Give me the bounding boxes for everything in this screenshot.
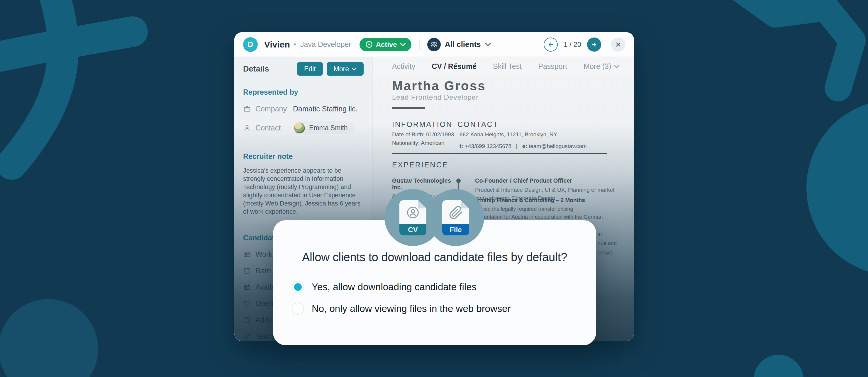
cv-candidate-title: Lead Frontend Developer: [392, 93, 478, 101]
cv-divider: [392, 153, 607, 154]
dialog-options: Yes, allow downloading candidate files N…: [292, 281, 596, 315]
clients-filter-dropdown[interactable]: All clients: [427, 38, 491, 51]
header-controls: 1 / 20: [544, 37, 625, 52]
pencil-icon: [243, 333, 251, 340]
window-header: D Vivien • Java Developer Active: [234, 32, 634, 57]
radio-option-allow-download[interactable]: Yes, allow downloading candidate files: [292, 281, 596, 293]
clients-filter-label: All clients: [445, 40, 481, 49]
cv-contact-heading: CONTACT: [458, 120, 498, 129]
tab-passport[interactable]: Passport: [538, 62, 567, 71]
sidebar-toolbar: Details Edit More: [243, 62, 364, 75]
radio-label: No, only allow viewing files in the web …: [312, 303, 511, 314]
cv-text-fragment: ontact,: [598, 250, 614, 256]
file-badge-label: File: [442, 224, 469, 235]
clipboard-icon: [243, 316, 251, 324]
circle-shape-bottom-right: [754, 355, 804, 377]
cv-contact-address: 662 Kona Heights, 11211, Brooklyn, NY: [460, 130, 557, 139]
candidate-avatar: D: [243, 37, 258, 52]
dialog-question: Allow clients to download candidate file…: [273, 251, 596, 264]
person-document-icon: [405, 205, 421, 221]
radio-option-view-only[interactable]: No, only allow viewing files in the web …: [292, 303, 596, 315]
more-button[interactable]: More: [327, 62, 364, 75]
candidate-role: Java Developer: [300, 40, 351, 49]
person-icon: [243, 124, 251, 132]
company-label: Company: [255, 105, 288, 113]
recruiter-note-heading: Recruiter note: [243, 152, 364, 161]
play-circle-icon: [365, 41, 373, 48]
contact-row: Contact Emma Smith: [243, 121, 364, 134]
tab-activity[interactable]: Activity: [392, 62, 415, 71]
chevron-down-icon: [352, 67, 356, 71]
cv-text-fragment: nue and: [598, 241, 617, 247]
cv-candidate-name: Martha Gross: [392, 78, 486, 93]
paperclip-document-icon: [448, 205, 463, 221]
header-divider: [419, 39, 420, 50]
cv-badge-label: CV: [399, 224, 426, 235]
circle-shape-bottom-left: [0, 299, 98, 377]
id-card-icon: [243, 250, 251, 258]
tab-skill-test[interactable]: Skill Test: [493, 62, 522, 71]
contact-label: Contact: [255, 124, 288, 132]
curve-shape-top-left: [12, 0, 63, 164]
sidebar-title: Details: [243, 64, 269, 73]
company-value: Damatic Staffing llc.: [293, 105, 358, 113]
recruiter-note-text: Jessica's experience appears to be stron…: [243, 166, 364, 216]
candidate-name: Vivien: [264, 39, 290, 50]
status-label: Active: [376, 40, 397, 49]
file-document-icon: File: [442, 200, 469, 235]
tab-cv-resume[interactable]: CV / Résumé: [432, 62, 476, 71]
close-button[interactable]: [611, 37, 625, 52]
pagination-counter: 1 / 20: [564, 40, 581, 49]
represented-by-heading: Represented by: [243, 88, 364, 96]
next-candidate-button[interactable]: [587, 37, 601, 52]
chevron-down-icon: [614, 65, 619, 68]
screen: D Vivien • Java Developer Active: [0, 0, 868, 377]
chevron-down-icon: [400, 43, 406, 46]
company-row: Company Damatic Staffing llc.: [243, 105, 364, 113]
cv-information-lines: Date of Birth: 01/02/1993 Nationality: A…: [392, 130, 454, 147]
file-badge: File: [427, 189, 484, 246]
tabs-bar: Activity CV / Résumé Skill Test Passport…: [373, 57, 634, 76]
cv-contact-phone-email: t: +43/699 12345678 | e: team@hellogusta…: [460, 142, 587, 150]
cv-experience-heading: EXPERIENCE: [392, 161, 448, 169]
calendar-icon: [243, 283, 251, 291]
curve-shape-top-left-2: [0, 32, 132, 60]
chevron-down-icon: [485, 42, 491, 46]
cv-title-underline: [392, 107, 425, 109]
download-permission-dialog: Allow clients to download candidate file…: [273, 220, 596, 345]
contact-name: Emma Smith: [309, 124, 348, 132]
people-icon: [427, 38, 441, 51]
edit-button[interactable]: Edit: [297, 62, 323, 75]
monitor-icon: [243, 300, 251, 308]
contact-chip[interactable]: Emma Smith: [293, 121, 355, 134]
contact-avatar: [294, 123, 305, 133]
zigzag-shape-top-right: [727, 0, 852, 88]
cv-information-heading: INFORMATION: [392, 120, 453, 129]
tab-more[interactable]: More (3): [584, 62, 619, 71]
radio-button[interactable]: [292, 303, 304, 315]
cv-text-fragment: in: [598, 231, 602, 237]
circle-shape-right: [806, 100, 868, 276]
radio-button[interactable]: [292, 281, 304, 293]
previous-candidate-button[interactable]: [544, 37, 558, 52]
cv-document-icon: CV: [399, 200, 426, 235]
status-dropdown[interactable]: Active: [360, 38, 411, 51]
radio-label: Yes, allow downloading candidate files: [312, 281, 476, 292]
briefcase-icon: [243, 105, 251, 113]
calendar-icon: [243, 267, 251, 275]
name-separator: •: [293, 40, 296, 49]
